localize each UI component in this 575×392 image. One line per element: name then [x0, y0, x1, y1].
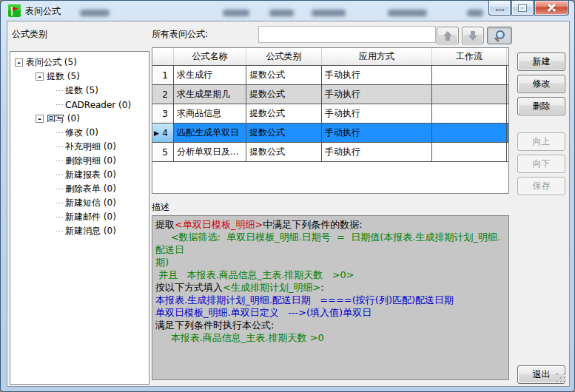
cell-formula-type[interactable]: 提数公式 [246, 85, 322, 104]
table-row[interactable]: 5分析单双日及...提数公式手动执行 [152, 143, 508, 162]
tree-item[interactable]: -回写 (0) [10, 112, 149, 126]
tree-item-label: 补充明细 (0) [65, 141, 116, 153]
titlebar-background-smudge [80, 10, 110, 16]
tree-item-label: 提数 (5) [47, 70, 80, 83]
new-button[interactable]: 新建 [517, 53, 565, 71]
modify-button[interactable]: 修改 [517, 75, 565, 93]
row-number: 5 [162, 147, 168, 158]
description-line: 本报表.商品信息_主表.排期天数 >0 [155, 331, 505, 344]
find-next-button[interactable] [462, 27, 484, 44]
cell-formula-name[interactable]: 匹配生成单双日 [174, 124, 246, 142]
cell-formula-type[interactable]: 提数公式 [246, 143, 322, 161]
cell-filler [507, 104, 509, 123]
cell-formula-name[interactable]: 分析单双日及... [174, 143, 246, 161]
resize-grip[interactable] [556, 374, 567, 384]
collapse-minus-icon[interactable]: - [36, 72, 44, 81]
maximize-icon [519, 5, 526, 11]
description-line: <数据筛选: 单双日模板_明细.日期号 = 日期值(本报表.生成排期计划_明细.… [155, 231, 505, 256]
tree-item-label: 新建消息 (0) [65, 225, 116, 237]
close-icon [547, 3, 556, 13]
tree-connector [56, 146, 63, 147]
formula-tree[interactable]: -表间公式 (5)-提数 (5)提数 (5)CADReader (0)-回写 (… [10, 51, 149, 385]
tree-item[interactable]: 新建消息 (0) [10, 224, 149, 238]
row-header-cell[interactable]: ▶4 [152, 124, 174, 142]
cell-filler [507, 66, 509, 84]
cell-formula-name[interactable]: 求商品信息 [174, 104, 246, 123]
cell-filler [507, 143, 509, 161]
column-header-type[interactable]: 公式类别 [246, 48, 322, 65]
row-header-cell[interactable]: 5 [152, 143, 174, 161]
arrow-up-icon [443, 31, 452, 41]
tree-connector [56, 132, 63, 133]
search-input[interactable] [258, 26, 436, 43]
cell-apply-mode[interactable]: 手动执行 [322, 66, 432, 84]
column-header-name[interactable]: 公式名称 [174, 48, 246, 65]
current-row-arrow-icon: ▶ [154, 129, 159, 137]
delete-button[interactable]: 删除 [517, 97, 565, 115]
minimize-button[interactable] [488, 1, 511, 16]
tree-item[interactable]: 新建短信 (0) [10, 196, 149, 210]
tree-connector [56, 231, 63, 232]
maximize-button[interactable] [511, 1, 534, 16]
minimize-icon [496, 9, 504, 11]
formula-grid[interactable]: 公式名称公式类别应用方式工作流 1求生成行提数公式手动执行2求生成星期几提数公式… [152, 47, 509, 194]
row-number: 1 [162, 70, 168, 81]
grid-corner-cell [152, 48, 174, 65]
tree-item[interactable]: 补充明细 (0) [10, 140, 149, 154]
close-button[interactable] [534, 1, 569, 16]
tree-item-label: 删除明细 (0) [65, 155, 116, 167]
tree-item[interactable]: -提数 (5) [10, 70, 149, 84]
tree-item[interactable]: 提数 (5) [10, 84, 149, 98]
tree-connector [56, 189, 63, 189]
row-header-cell[interactable]: 3 [152, 104, 174, 123]
cell-apply-mode[interactable]: 手动执行 [322, 85, 432, 104]
save-button: 保存 [517, 177, 565, 195]
collapse-minus-icon[interactable]: - [15, 58, 23, 67]
cell-workflow[interactable] [432, 143, 507, 161]
cell-formula-name[interactable]: 求生成行 [174, 66, 246, 84]
grid-header: 公式名称公式类别应用方式工作流 [152, 48, 508, 66]
tree-item[interactable]: 修改 (0) [10, 126, 149, 140]
cell-workflow[interactable] [432, 66, 507, 84]
tree-item-label: 修改 (0) [65, 126, 98, 139]
cell-apply-mode[interactable]: 手动执行 [322, 143, 432, 161]
client-area: 公式类别 所有表间公式: -表间公式 (5)-提数 (5)提数 (5)CADRe… [7, 21, 570, 387]
description-line: 期) [155, 256, 505, 268]
cell-filler [507, 85, 509, 104]
tree-item-label: 提数 (5) [65, 84, 98, 97]
tree-item[interactable]: 新建报表 (0) [10, 168, 149, 182]
titlebar[interactable]: 表间公式 [1, 1, 574, 21]
table-row[interactable]: ▶4匹配生成单双日提数公式手动执行 [152, 124, 508, 143]
tree-item[interactable]: CADReader (0) [10, 98, 149, 112]
tree-item[interactable]: 删除表单 (0) [10, 182, 149, 196]
column-header-apply[interactable]: 应用方式 [322, 48, 432, 65]
cell-workflow[interactable] [432, 104, 507, 123]
column-header-flow[interactable]: 工作流 [432, 48, 507, 65]
cell-workflow[interactable] [432, 85, 507, 104]
cell-workflow[interactable] [432, 124, 507, 142]
titlebar-background-smudge [388, 10, 427, 16]
cell-formula-type[interactable]: 提数公式 [246, 104, 322, 123]
search-label: 所有表间公式: [152, 28, 208, 41]
tree-item[interactable]: -表间公式 (5) [10, 55, 149, 70]
find-previous-button[interactable] [437, 27, 459, 44]
column-header-filler [507, 48, 508, 65]
search-button[interactable] [487, 27, 512, 44]
table-row[interactable]: 2求生成星期几提数公式手动执行 [152, 85, 508, 104]
table-row[interactable]: 1求生成行提数公式手动执行 [152, 66, 508, 85]
tree-item[interactable]: 删除明细 (0) [10, 154, 149, 168]
row-header-cell[interactable]: 2 [152, 85, 174, 104]
description-line: 按以下方式填入<生成排期计划_明细>: [155, 281, 505, 294]
cell-formula-type[interactable]: 提数公式 [246, 124, 322, 142]
row-header-cell[interactable]: 1 [152, 66, 174, 84]
cell-apply-mode[interactable]: 手动执行 [322, 124, 432, 142]
tree-item[interactable]: 新建邮件 (0) [10, 210, 149, 224]
table-row[interactable]: 3求商品信息提数公式手动执行 [152, 104, 508, 124]
tree-connector [56, 217, 63, 217]
cell-apply-mode[interactable]: 手动执行 [322, 104, 432, 123]
titlebar-background-smudge [312, 10, 346, 16]
cell-formula-type[interactable]: 提数公式 [246, 66, 322, 84]
collapse-minus-icon[interactable]: - [36, 115, 44, 123]
tree-item-label: 新建邮件 (0) [65, 211, 116, 223]
cell-formula-name[interactable]: 求生成星期几 [174, 85, 246, 104]
